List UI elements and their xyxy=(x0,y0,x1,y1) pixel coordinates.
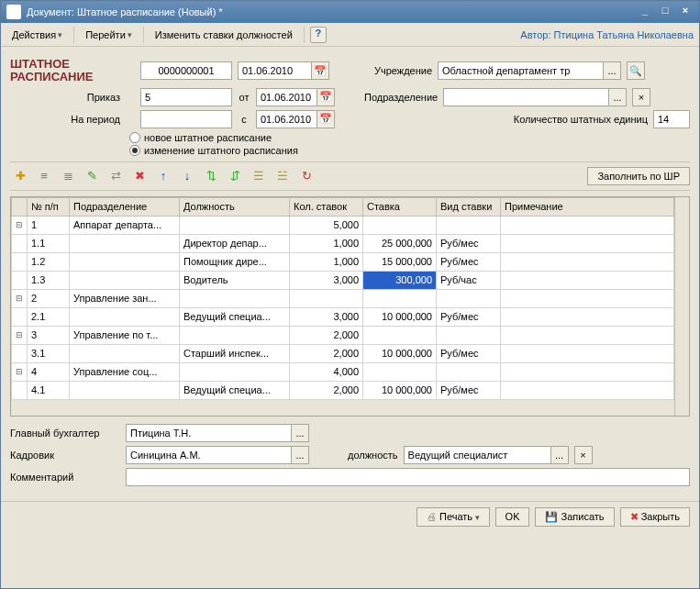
cell-exp[interactable]: ⊟ xyxy=(12,289,28,307)
cell-stavka[interactable] xyxy=(363,362,437,381)
cell-exp[interactable] xyxy=(12,344,28,362)
fill-by-shr-button[interactable]: Заполнить по ШР xyxy=(587,167,690,185)
cell-podr[interactable] xyxy=(70,344,180,362)
cell-kol[interactable]: 2,000 xyxy=(290,344,363,362)
cell-podr[interactable] xyxy=(70,234,180,252)
cell-n[interactable]: 1.3 xyxy=(28,271,70,289)
cell-vid[interactable]: Руб/мес xyxy=(437,234,501,252)
cell-dolzh[interactable]: Старший инспек... xyxy=(180,344,290,362)
cell-exp[interactable] xyxy=(12,271,28,289)
cell-exp[interactable] xyxy=(12,307,28,326)
podr-input[interactable] xyxy=(443,88,608,106)
cell-vid[interactable] xyxy=(437,289,501,307)
table-row[interactable]: 1.1Директор депар...1,00025 000,000Руб/м… xyxy=(12,234,674,252)
maximize-button[interactable]: □ xyxy=(657,5,673,19)
table-row[interactable]: ⊟1Аппарат департа...5,000 xyxy=(12,216,674,234)
cell-n[interactable]: 4 xyxy=(28,362,70,381)
table-row[interactable]: 1.2Помощник дире...1,00015 000,000Руб/ме… xyxy=(12,252,674,271)
cell-kol[interactable]: 3,000 xyxy=(290,271,363,289)
period-to-input[interactable] xyxy=(256,110,317,128)
ok-button[interactable]: OK xyxy=(495,507,530,527)
cell-exp[interactable] xyxy=(12,381,28,399)
cell-stavka[interactable] xyxy=(363,289,437,307)
minimize-button[interactable]: _ xyxy=(637,5,653,19)
cell-vid[interactable]: Руб/час xyxy=(437,271,501,289)
col-stavka[interactable]: Ставка xyxy=(363,197,437,216)
prikaz-date-input[interactable] xyxy=(256,88,317,106)
cell-vid[interactable]: Руб/мес xyxy=(437,344,501,362)
help-button[interactable]: ? xyxy=(310,27,327,43)
cell-kol[interactable]: 5,000 xyxy=(290,216,363,234)
cell-kol[interactable]: 1,000 xyxy=(290,234,363,252)
uchr-select-button[interactable]: ... xyxy=(603,61,621,80)
table-row[interactable]: 4.1Ведущий специа...2,00010 000,000Руб/м… xyxy=(12,381,674,399)
table-row[interactable]: ⊟3Управление по т...2,000 xyxy=(12,326,674,344)
cell-prim[interactable] xyxy=(501,234,674,252)
cell-prim[interactable] xyxy=(501,271,674,289)
cell-stavka[interactable]: 300,000 xyxy=(363,271,437,289)
cell-n[interactable]: 2.1 xyxy=(28,307,70,326)
copy-row-icon[interactable]: ≣ xyxy=(58,166,78,186)
cell-prim[interactable] xyxy=(501,307,674,326)
dolzh-input[interactable] xyxy=(404,446,550,464)
doc-number-input[interactable] xyxy=(140,61,232,80)
cell-vid[interactable] xyxy=(437,362,501,381)
cell-dolzh[interactable] xyxy=(180,362,290,381)
calendar-icon[interactable]: 📅 xyxy=(317,110,335,128)
cell-kol[interactable]: 2,000 xyxy=(290,381,363,399)
cell-vid[interactable] xyxy=(437,216,501,234)
cell-prim[interactable] xyxy=(501,326,674,344)
cell-stavka[interactable]: 10 000,000 xyxy=(363,381,437,399)
glavbuh-input[interactable] xyxy=(126,424,291,442)
uchr-input[interactable] xyxy=(438,61,603,80)
cell-prim[interactable] xyxy=(501,344,674,362)
toggle-icon[interactable]: ⇄ xyxy=(106,166,126,186)
cell-dolzh[interactable]: Водитель xyxy=(180,271,290,289)
cell-n[interactable]: 1.1 xyxy=(28,234,70,252)
cell-podr[interactable] xyxy=(70,381,180,399)
calendar-icon[interactable]: 📅 xyxy=(311,61,329,80)
cell-podr[interactable]: Управление соц... xyxy=(70,362,180,381)
cell-podr[interactable]: Управление по т... xyxy=(70,326,180,344)
radio-new[interactable]: новое штатное расписание xyxy=(129,132,690,143)
cell-prim[interactable] xyxy=(501,362,674,381)
delete-row-icon[interactable]: ✖ xyxy=(129,166,150,186)
cell-dolzh[interactable]: Директор депар... xyxy=(180,234,290,252)
cell-kol[interactable]: 2,000 xyxy=(290,326,363,344)
cell-exp[interactable]: ⊟ xyxy=(12,216,28,234)
cell-stavka[interactable]: 10 000,000 xyxy=(363,344,437,362)
cell-vid[interactable]: Руб/мес xyxy=(437,381,501,399)
cell-stavka[interactable]: 25 000,000 xyxy=(363,234,437,252)
print-button[interactable]: 🖨 Печать xyxy=(417,507,490,527)
period-from-input[interactable] xyxy=(140,110,232,128)
dolzh-clear-button[interactable]: × xyxy=(574,446,593,464)
cell-podr[interactable]: Управление зан... xyxy=(70,289,180,307)
cell-podr[interactable]: Аппарат департа... xyxy=(70,216,180,234)
table-row[interactable]: ⊟4Управление соц...4,000 xyxy=(12,362,674,381)
menu-change-rates[interactable]: Изменить ставки должностей xyxy=(150,27,298,43)
cell-prim[interactable] xyxy=(501,252,674,271)
cell-dolzh[interactable] xyxy=(180,326,290,344)
radio-change[interactable]: изменение штатного расписания xyxy=(129,145,690,156)
filter-icon[interactable]: ☰ xyxy=(249,166,269,186)
cell-prim[interactable] xyxy=(501,381,674,399)
sort-az-icon[interactable]: ⇅ xyxy=(201,166,221,186)
cell-stavka[interactable]: 10 000,000 xyxy=(363,307,437,326)
col-dolzh[interactable]: Должность xyxy=(180,197,290,216)
add-row-icon[interactable]: ✚ xyxy=(10,166,30,186)
col-vid[interactable]: Вид ставки xyxy=(437,197,501,216)
cell-kol[interactable]: 4,000 xyxy=(290,362,363,381)
cell-podr[interactable] xyxy=(70,252,180,271)
add-group-icon[interactable]: ≡ xyxy=(34,166,54,186)
save-button[interactable]: 💾 Записать xyxy=(535,507,614,527)
cell-dolzh[interactable]: Помощник дире... xyxy=(180,252,290,271)
cell-stavka[interactable]: 15 000,000 xyxy=(363,252,437,271)
glavbuh-select-button[interactable]: ... xyxy=(291,424,309,442)
move-up-icon[interactable]: ↑ xyxy=(153,166,173,186)
cell-stavka[interactable] xyxy=(363,216,437,234)
cell-n[interactable]: 1.2 xyxy=(28,252,70,271)
cell-vid[interactable] xyxy=(437,326,501,344)
comment-input[interactable] xyxy=(126,468,690,486)
cell-vid[interactable]: Руб/мес xyxy=(437,307,501,326)
close-button[interactable]: × xyxy=(677,5,694,19)
